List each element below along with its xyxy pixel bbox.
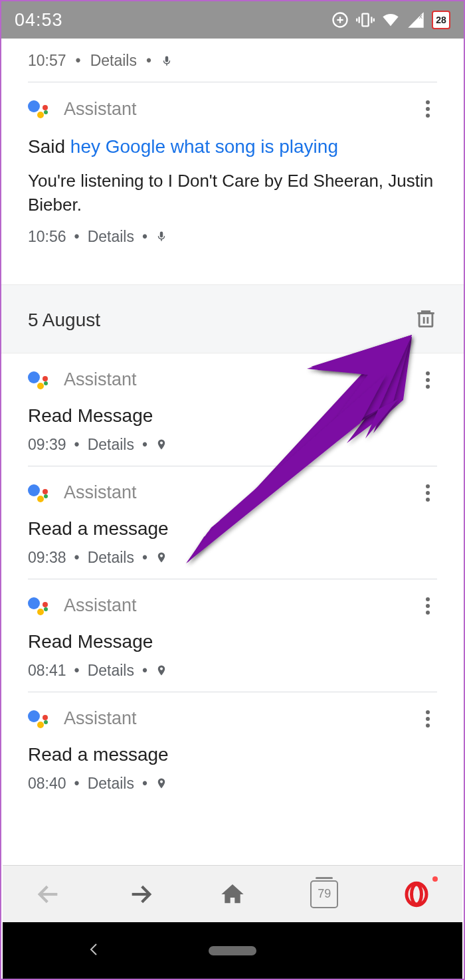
nav-home-button[interactable] — [193, 866, 272, 922]
item-title: Read Message — [28, 631, 437, 652]
calendar-badge-icon: 28 — [432, 11, 450, 29]
mic-icon — [155, 231, 167, 243]
item-meta: 10:56 • Details • — [28, 228, 437, 246]
tab-count: 79 — [318, 887, 331, 901]
activity-list[interactable]: 10:57 • Details • Assistant Said hey Goo… — [1, 39, 464, 865]
status-bar: 04:53 x 28 — [1, 1, 464, 39]
location-icon — [155, 438, 167, 451]
more-options-button[interactable] — [418, 371, 437, 389]
source-label: Assistant — [64, 595, 137, 616]
svg-rect-3 — [362, 14, 368, 27]
notification-dot-icon — [432, 876, 438, 882]
assistant-logo-icon — [28, 369, 49, 391]
date-group-header: 5 August — [1, 284, 464, 353]
nav-forward-button[interactable] — [101, 866, 181, 922]
assistant-logo-icon — [28, 98, 49, 120]
more-options-button[interactable] — [418, 100, 437, 118]
wifi-icon — [381, 11, 400, 29]
item-time: 10:57 — [28, 52, 66, 70]
details-link[interactable]: Details — [90, 52, 137, 70]
date-label: 5 August — [28, 310, 100, 331]
partial-item-meta: 10:57 • Details • — [1, 39, 464, 82]
nav-menu-button[interactable] — [377, 866, 456, 922]
status-icons: x 28 — [331, 11, 450, 29]
details-link[interactable]: Details — [88, 549, 134, 567]
details-link[interactable]: Details — [88, 662, 134, 680]
query-text[interactable]: hey Google what song is playing — [70, 136, 338, 157]
mic-icon — [161, 55, 173, 67]
item-time: 09:38 — [28, 549, 66, 567]
source-label: Assistant — [64, 482, 137, 503]
activity-item: Assistant Read Message 09:39• Details• — [1, 353, 464, 466]
data-saver-icon — [331, 11, 349, 29]
status-time: 04:53 — [15, 10, 63, 31]
item-time: 10:56 — [28, 228, 66, 246]
location-icon — [155, 777, 167, 790]
query-line: Said hey Google what song is playing — [28, 134, 437, 159]
item-meta: 09:38• Details• — [28, 549, 437, 567]
vibrate-icon — [356, 11, 375, 29]
item-title: Read Message — [28, 405, 437, 427]
assistant-logo-icon — [28, 708, 49, 730]
reply-text: You're listening to I Don't Care by Ed S… — [28, 169, 437, 217]
more-options-button[interactable] — [418, 710, 437, 728]
system-home-pill[interactable] — [209, 946, 256, 955]
said-prefix: Said — [28, 136, 70, 157]
svg-rect-9 — [419, 313, 432, 326]
item-title: Read a message — [28, 744, 437, 765]
location-icon — [155, 551, 167, 564]
nav-tabs-button[interactable]: 79 — [284, 866, 364, 922]
system-nav-bar — [3, 922, 462, 979]
activity-item: Assistant Read Message 08:41• Details• — [1, 579, 464, 692]
item-time: 08:41 — [28, 662, 66, 680]
assistant-logo-icon — [28, 595, 49, 617]
source-label: Assistant — [64, 708, 137, 729]
item-meta: 09:39• Details• — [28, 436, 437, 454]
more-options-button[interactable] — [418, 484, 437, 502]
item-meta: 08:41• Details• — [28, 662, 437, 680]
activity-item: Assistant Said hey Google what song is p… — [1, 82, 464, 258]
details-link[interactable]: Details — [88, 775, 134, 793]
browser-nav-bar: 79 — [3, 865, 462, 922]
more-options-button[interactable] — [418, 597, 437, 615]
activity-item: Assistant Read a message 08:40• Details• — [1, 692, 464, 805]
item-meta: 08:40• Details• — [28, 775, 437, 793]
activity-item: Assistant Read a message 09:38• Details• — [1, 466, 464, 579]
location-icon — [155, 664, 167, 677]
item-time: 09:39 — [28, 436, 66, 454]
source-label: Assistant — [64, 369, 137, 390]
assistant-logo-icon — [28, 482, 49, 504]
nav-back-button[interactable] — [9, 866, 88, 922]
svg-point-20 — [411, 884, 421, 904]
delete-group-button[interactable] — [415, 308, 437, 333]
details-link[interactable]: Details — [88, 228, 134, 246]
svg-text:x: x — [419, 12, 423, 20]
cellular-icon: x — [407, 11, 425, 29]
source-label: Assistant — [64, 99, 137, 120]
system-back-button[interactable] — [86, 941, 102, 960]
item-time: 08:40 — [28, 775, 66, 793]
item-title: Read a message — [28, 518, 437, 539]
details-link[interactable]: Details — [88, 436, 134, 454]
svg-point-19 — [407, 883, 426, 905]
